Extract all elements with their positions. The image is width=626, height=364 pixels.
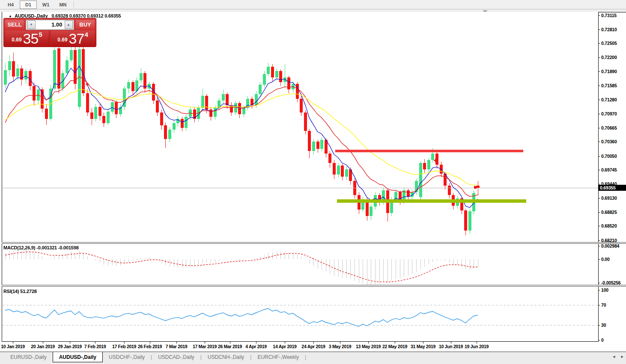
sell-price-sup: 5 [39,31,42,38]
macd-indicator-label: MACD(12,26,9) -0.001321 -0.001598 [3,245,79,250]
date-axis-tick [368,342,369,343]
tab-separator: | [305,352,306,362]
price-axis-label: 0.68210 [601,238,617,243]
axis-tick [598,71,600,72]
one-click-trade-panel: SELL ▼ ▲ BUY 0.69 35 5 0.69 37 4 [3,18,96,47]
date-axis-label: 19 Jun 2019 [459,344,494,349]
axis-tick [598,30,600,30]
price-axis-label: 0.72200 [601,55,617,60]
axis-tick [598,142,600,142]
axis-tick [598,156,600,157]
tab-scroll-left-icon[interactable]: ◂ [613,354,615,359]
axis-tick [598,170,600,170]
rsi-axis-label: 100 [601,287,608,293]
tab-scroll-controls: ◂ ▸ [613,354,623,359]
buy-price-button[interactable]: 0.69 37 4 [51,30,95,45]
tab-usdchf-daily[interactable]: USDCHF-,Daily [103,352,151,362]
chart-border-right [598,12,599,341]
date-axis-tick [313,342,314,343]
rsi-axis-label: 0 [601,337,604,343]
date-axis-tick [423,342,423,343]
axis-tick [598,57,600,58]
axis-tick [598,114,600,114]
price-axis-label: 0.70665 [601,125,617,130]
buy-price-sup: 4 [84,31,88,38]
macd-panel-chart[interactable] [2,244,598,285]
tab-eurchf-weekly[interactable]: EURCHF-,Weekly [251,352,304,362]
date-axis-tick [205,342,205,343]
axis-tick [598,226,600,226]
axis-tick [598,100,600,100]
date-axis-tick [285,342,285,343]
price-axis-label: 0.69130 [601,195,617,201]
axis-tick [598,15,600,16]
date-axis-tick [124,342,125,343]
axis-tick [598,184,600,184]
date-axis-tick [70,342,70,343]
axis-tick [598,246,600,246]
tab-audusd-daily[interactable]: AUDUSD-,Daily [53,352,103,362]
rsi-axis-label: 70 [601,302,606,308]
axis-tick [598,198,600,198]
timeframe-toolbar: H4D1W1MN [0,0,626,9]
axis-tick [598,283,600,283]
date-axis-tick [13,342,13,343]
price-axis-label: 0.69745 [601,167,617,172]
sell-price-button[interactable]: 0.69 35 5 [5,30,49,45]
price-axis-label: 0.72505 [601,41,617,46]
date-axis-tick [150,342,150,343]
volume-decrease-button[interactable]: ▼ [27,21,36,29]
date-axis-tick [176,342,177,343]
buy-price-prefix: 0.69 [57,37,67,43]
price-axis-label: 0.72810 [601,27,617,32]
toolbar-separator [74,1,75,8]
tab-eurusd-daily[interactable]: EURUSD-,Daily [4,352,53,362]
symbol-triangle-icon: ▲ [9,14,12,18]
price-axis-label: 0.70050 [601,154,617,159]
date-axis-tick [395,342,395,343]
axis-tick [598,86,600,86]
timeframe-d1[interactable]: D1 [20,0,37,9]
date-axis-tick [43,342,43,343]
date-axis-tick [451,342,451,343]
tab-usdcad-daily[interactable]: USDCAD-,Daily [152,352,200,362]
chart-border-bottom [2,341,599,342]
sell-price-big: 35 [23,32,39,45]
current-price-tag: 0.69355 [599,185,626,191]
price-axis-label: 0.73115 [601,13,617,18]
price-axis-label: 0.71585 [601,83,617,88]
macd-axis-label: 0.00 [601,257,610,262]
tab-scroll-right-icon[interactable]: ▸ [621,354,623,359]
price-axis-label: 0.68825 [601,210,617,215]
axis-tick [598,240,600,241]
timeframe-h4[interactable]: H4 [3,1,19,9]
rsi-panel-chart[interactable] [2,287,598,341]
sell-price-prefix: 0.69 [12,37,21,43]
symbol-tab-bar: EURUSD-,DailyAUDUSD-,DailyUSDCHF-,Daily|… [0,352,626,364]
axis-tick [598,325,600,326]
axis-tick [598,290,600,290]
price-axis-label: 0.71890 [601,69,617,74]
axis-tick [598,43,600,44]
price-axis-label: 0.70360 [601,139,617,144]
price-axis-label: 0.70970 [601,111,617,116]
macd-axis-label: 0.002984 [601,243,619,249]
axis-tick [598,128,600,128]
date-axis-tick [256,342,256,343]
tab-usdcnh-daily[interactable]: USDCNH-,Daily [202,352,250,362]
buy-button[interactable]: BUY [76,20,95,30]
buy-price-big: 37 [69,32,84,45]
date-axis-tick [230,342,230,343]
axis-tick [598,259,600,260]
axis-tick [598,340,600,340]
timeframe-mn[interactable]: MN [55,1,71,9]
date-axis-tick [340,342,340,343]
rsi-indicator-label: RSI(14) 51.2728 [3,289,37,294]
timeframe-w1[interactable]: W1 [38,1,54,9]
volume-stepper: ▼ ▲ [26,20,74,30]
volume-input[interactable] [36,21,65,29]
sell-button[interactable]: SELL [5,20,24,30]
volume-increase-button[interactable]: ▲ [65,21,73,29]
macd-axis-label: -0.005256 [601,280,621,285]
axis-tick [598,305,600,305]
